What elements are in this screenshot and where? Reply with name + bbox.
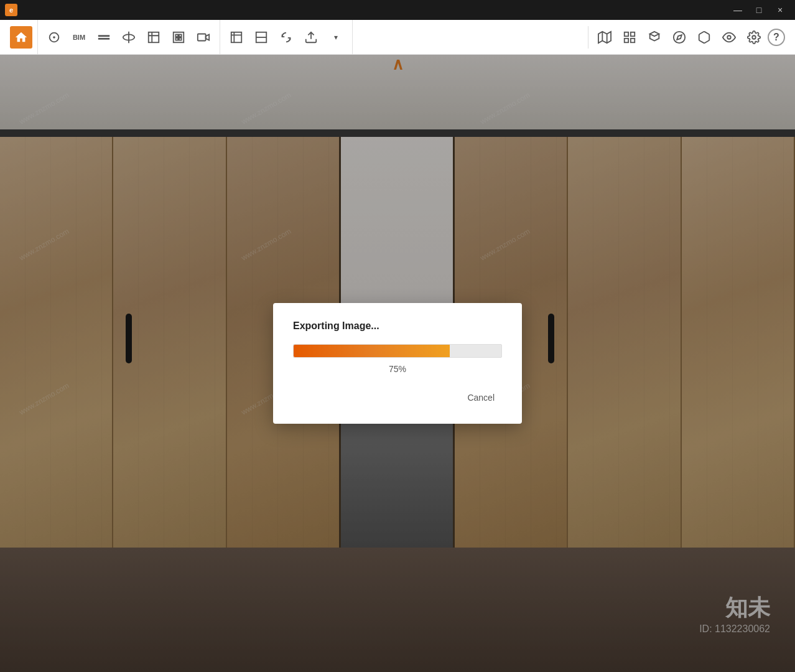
- building-button[interactable]: [167, 26, 190, 49]
- svg-rect-11: [198, 34, 206, 40]
- close-button[interactable]: ×: [770, 1, 790, 19]
- room-button[interactable]: [142, 26, 165, 49]
- app-icon: e: [5, 4, 17, 16]
- svg-rect-20: [631, 38, 635, 42]
- titlebar-controls: — □ ×: [728, 1, 790, 19]
- svg-marker-23: [677, 35, 682, 40]
- svg-rect-2: [98, 35, 109, 37]
- svg-point-1: [53, 36, 55, 39]
- section-button[interactable]: [250, 26, 272, 49]
- export-dialog: Exporting Image... 75% Cancel: [273, 303, 522, 424]
- eye-button[interactable]: [718, 26, 740, 49]
- help-button[interactable]: ?: [768, 29, 785, 46]
- toolbar: BIM ▾: [0, 20, 795, 55]
- toolbar-group-output: ▾: [220, 20, 353, 54]
- bim-button[interactable]: BIM: [68, 26, 90, 49]
- svg-rect-7: [175, 34, 178, 37]
- svg-rect-3: [98, 37, 109, 39]
- video-button[interactable]: [192, 26, 215, 49]
- progress-percent-label: 75%: [293, 364, 502, 374]
- titlebar-left: e: [5, 4, 17, 16]
- svg-marker-15: [598, 31, 611, 42]
- plan-button[interactable]: [225, 26, 248, 49]
- progress-bar-fill: [294, 345, 450, 357]
- svg-rect-21: [625, 38, 628, 42]
- dialog-footer: Cancel: [293, 389, 502, 406]
- svg-rect-19: [631, 32, 635, 35]
- progress-bar-container: [293, 344, 502, 358]
- export-dropdown-button[interactable]: ▾: [325, 26, 347, 49]
- svg-rect-5: [149, 32, 159, 42]
- svg-rect-8: [179, 34, 182, 37]
- view360-button[interactable]: [118, 26, 140, 49]
- svg-rect-9: [175, 37, 178, 40]
- maximize-button[interactable]: □: [749, 1, 769, 19]
- modal-overlay: Exporting Image... 75% Cancel: [0, 55, 795, 672]
- grid-button[interactable]: [618, 26, 641, 49]
- rotate-button[interactable]: [275, 26, 297, 49]
- toolbar-right: ?: [580, 26, 790, 49]
- svg-rect-10: [179, 37, 182, 40]
- home-button[interactable]: [10, 26, 32, 49]
- toolbar-group-draw: BIM: [38, 20, 220, 54]
- svg-rect-12: [231, 32, 242, 42]
- svg-rect-18: [625, 32, 628, 35]
- toolbar-group-home: [5, 20, 38, 54]
- dialog-title: Exporting Image...: [293, 320, 502, 332]
- titlebar: e — □ ×: [0, 0, 795, 20]
- svg-point-25: [752, 35, 756, 39]
- svg-point-24: [727, 35, 731, 39]
- map-button[interactable]: [593, 26, 616, 49]
- wall-button[interactable]: [93, 26, 115, 49]
- svg-point-22: [674, 31, 685, 42]
- minimize-button[interactable]: —: [728, 1, 748, 19]
- navigate-button[interactable]: [668, 26, 690, 49]
- settings-button[interactable]: [743, 26, 765, 49]
- 3d-model-button[interactable]: [643, 26, 666, 49]
- views-button[interactable]: [693, 26, 715, 49]
- cancel-button[interactable]: Cancel: [460, 389, 502, 406]
- draw-tool-button[interactable]: [43, 26, 65, 49]
- export-tool-button[interactable]: [300, 26, 322, 49]
